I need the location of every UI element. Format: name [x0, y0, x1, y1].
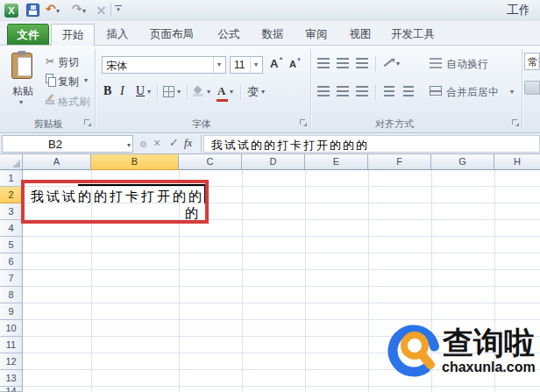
copy-dropdown-icon[interactable]: ▾	[84, 76, 88, 84]
column-header-c[interactable]: C	[179, 154, 242, 170]
font-color-dropdown-icon[interactable]: ▾	[230, 88, 233, 96]
undo-icon[interactable]: ↶	[46, 2, 56, 16]
insert-function-icon[interactable]: fx	[184, 136, 192, 150]
quick-access-dropdown-icon[interactable]: ▾	[115, 5, 122, 13]
decrease-indent-icon[interactable]	[384, 86, 394, 96]
redo-dropdown-icon[interactable]: ▾	[82, 7, 86, 15]
tab-data[interactable]: 数据	[252, 24, 293, 46]
tab-review[interactable]: 审阅	[296, 24, 337, 46]
accounting-format-icon[interactable]	[524, 81, 540, 95]
align-middle-icon[interactable]	[337, 58, 349, 68]
separator	[157, 84, 158, 100]
merge-center-dropdown-icon[interactable]: ▾	[510, 88, 514, 96]
borders-icon[interactable]	[163, 86, 174, 97]
customize-tools-icon[interactable]	[95, 4, 107, 17]
wrap-text-button[interactable]: 自动换行	[446, 57, 488, 72]
align-center-icon[interactable]	[337, 86, 349, 96]
align-top-icon[interactable]	[317, 58, 330, 68]
row-header-9[interactable]: 9	[0, 303, 23, 320]
column-header-a[interactable]: A	[23, 154, 91, 170]
formula-bar-handle[interactable]	[140, 141, 146, 147]
italic-button[interactable]: I	[120, 84, 124, 98]
separator	[240, 84, 241, 100]
number-format-combo[interactable]: 常规	[524, 53, 540, 70]
tab-page-layout[interactable]: 页面布局	[139, 24, 205, 46]
row-header-12[interactable]: 12	[0, 353, 23, 370]
phonetic-guide-button[interactable]: 变	[247, 84, 259, 100]
column-header-d[interactable]: D	[242, 154, 305, 170]
font-size-dropdown-icon[interactable]: ▾	[250, 57, 261, 73]
row-header-13[interactable]: 13	[0, 370, 23, 387]
undo-dropdown-icon[interactable]: ▾	[56, 7, 60, 15]
paste-icon[interactable]	[11, 53, 32, 79]
format-painter-icon[interactable]	[45, 94, 56, 105]
font-color-button[interactable]: A	[217, 84, 225, 98]
name-box[interactable]: B2 ▾	[2, 135, 133, 153]
tab-insert[interactable]: 插入	[98, 24, 137, 46]
cut-icon[interactable]: ✂	[46, 55, 54, 68]
ribbon: 粘贴 ▾ ✂ 剪切 复制 ▾ 格式刷 剪贴板 宋体 ▾ 11 ▾ A▲ A▼ B…	[0, 46, 540, 133]
row-header-1[interactable]: 1	[0, 170, 23, 187]
align-left-icon[interactable]	[317, 86, 330, 96]
grow-font-button[interactable]: A▲	[270, 57, 278, 70]
column-header-h[interactable]: H	[494, 154, 540, 170]
bold-button[interactable]: B	[103, 84, 111, 98]
merge-center-button[interactable]: 合并后居中	[446, 85, 499, 100]
alignment-dialog-launcher-icon[interactable]	[512, 119, 520, 127]
row-header-6[interactable]: 6	[0, 253, 23, 270]
underline-button[interactable]: U	[136, 84, 145, 98]
column-header-e[interactable]: E	[305, 154, 368, 170]
increase-indent-icon[interactable]	[403, 86, 414, 96]
column-header-b[interactable]: B	[91, 154, 179, 170]
formula-input[interactable]: 我试试的的打卡打开的的的	[203, 135, 540, 153]
name-box-dropdown-icon[interactable]: ▾	[127, 141, 131, 149]
row-header-11[interactable]: 11	[0, 337, 23, 353]
fill-color-icon[interactable]	[193, 86, 203, 95]
row-header-3[interactable]: 3	[0, 203, 23, 220]
paste-button[interactable]: 粘贴	[11, 84, 34, 99]
copy-icon[interactable]	[46, 74, 57, 87]
phonetic-dropdown-icon[interactable]: ▾	[261, 88, 265, 96]
save-icon[interactable]	[26, 4, 39, 17]
borders-dropdown-icon[interactable]: ▾	[177, 88, 181, 96]
copy-button[interactable]: 复制	[58, 75, 79, 89]
cut-button[interactable]: 剪切	[58, 55, 79, 70]
row-header-14[interactable]: 14	[0, 387, 23, 392]
orientation-dropdown-icon[interactable]: ▾	[396, 60, 400, 68]
wrap-text-icon[interactable]	[430, 58, 442, 68]
font-name-dropdown-icon[interactable]: ▾	[213, 57, 224, 73]
underline-dropdown-icon[interactable]: ▾	[147, 88, 151, 96]
merge-center-icon[interactable]	[430, 86, 442, 96]
row-header-2[interactable]: 2	[0, 187, 23, 203]
column-header-g[interactable]: G	[431, 154, 494, 170]
format-painter-button[interactable]: 格式刷	[58, 95, 89, 110]
row-header-7[interactable]: 7	[0, 270, 23, 287]
clipboard-dialog-launcher-icon[interactable]	[84, 119, 92, 127]
redo-icon[interactable]: ↷	[72, 2, 82, 16]
align-bottom-icon[interactable]	[356, 58, 368, 68]
orientation-icon[interactable]	[382, 57, 394, 69]
tab-home[interactable]: 开始	[51, 24, 95, 46]
font-name-combo[interactable]: 宋体 ▾	[102, 56, 226, 74]
row-header-4[interactable]: 4	[0, 220, 23, 237]
align-right-icon[interactable]	[356, 86, 368, 96]
column-header-f[interactable]: F	[368, 154, 431, 170]
tab-formulas[interactable]: 公式	[209, 24, 249, 46]
row-header-10[interactable]: 10	[0, 320, 23, 337]
tab-developer[interactable]: 开发工具	[382, 24, 444, 46]
clipboard-group-label: 剪贴板	[19, 118, 77, 131]
font-dialog-launcher-icon[interactable]	[300, 119, 308, 127]
row-header-5[interactable]: 5	[0, 237, 23, 253]
excel-app-icon[interactable]: X	[4, 4, 18, 18]
tab-view[interactable]: 视图	[340, 24, 380, 46]
font-size-combo[interactable]: 11 ▾	[230, 56, 263, 74]
enter-icon[interactable]: ✓	[169, 136, 179, 149]
fill-color-dropdown-icon[interactable]: ▾	[207, 88, 210, 96]
cancel-icon[interactable]: ×	[153, 136, 160, 150]
group-separator	[310, 49, 311, 128]
paste-dropdown-icon[interactable]: ▾	[19, 98, 23, 106]
tab-file[interactable]: 文件	[7, 24, 49, 46]
shrink-font-button[interactable]: A▼	[289, 59, 296, 69]
select-all-corner[interactable]	[0, 154, 23, 170]
row-header-8[interactable]: 8	[0, 287, 23, 303]
